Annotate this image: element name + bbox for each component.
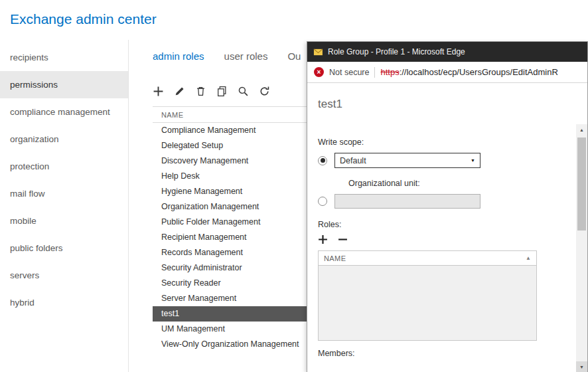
sidebar-item-recipients[interactable]: recipients xyxy=(0,44,128,71)
add-role-icon[interactable] xyxy=(318,234,328,244)
members-label: Members: xyxy=(318,349,561,358)
sort-ascending-icon[interactable]: ▲ xyxy=(526,255,531,261)
tab-user-roles[interactable]: user roles xyxy=(224,50,268,62)
assigned-roles-list-empty xyxy=(319,266,536,340)
edit-icon[interactable] xyxy=(174,86,185,97)
app-header: Exchange admin center xyxy=(0,0,588,40)
sidebar-item-servers[interactable]: servers xyxy=(0,262,128,289)
chevron-down-icon: ▼ xyxy=(471,158,475,163)
default-scope-radio[interactable] xyxy=(318,156,327,165)
remove-role-icon[interactable] xyxy=(338,234,348,244)
delete-icon[interactable] xyxy=(195,86,206,97)
scroll-down-icon[interactable]: ▼ xyxy=(576,361,587,372)
write-scope-label: Write scope: xyxy=(318,138,561,147)
addressbar-divider xyxy=(374,67,375,78)
not-secure-icon[interactable]: × xyxy=(314,67,324,77)
popup-scrollbar[interactable]: ▲ ▼ xyxy=(576,124,587,372)
write-scope-selected-value: Default xyxy=(340,156,366,165)
url-rest: ://localhost/ecp/UsersGroups/EditAdminR xyxy=(400,67,558,77)
url-text[interactable]: https://localhost/ecp/UsersGroups/EditAd… xyxy=(380,67,557,77)
org-unit-input xyxy=(334,194,480,209)
popup-titlebar[interactable]: Role Group - Profile 1 - Microsoft Edge xyxy=(307,42,587,62)
edit-role-group-form: test1 Write scope: Default ▼ Organizatio… xyxy=(307,83,587,372)
search-icon[interactable] xyxy=(238,86,249,97)
ecp-favicon-icon xyxy=(313,48,323,56)
tab-admin-roles[interactable]: admin roles xyxy=(153,50,204,62)
copy-icon[interactable] xyxy=(216,86,228,97)
role-group-name: test1 xyxy=(318,98,561,111)
sidebar-item-organization[interactable]: organization xyxy=(0,126,128,153)
scrollbar-thumb[interactable] xyxy=(577,138,586,231)
edge-popup-window: Role Group - Profile 1 - Microsoft Edge … xyxy=(307,41,588,372)
assigned-roles-header-label: NAME xyxy=(324,254,346,262)
refresh-icon[interactable] xyxy=(259,86,270,97)
sidebar-item-public-folders[interactable]: public folders xyxy=(0,234,128,262)
organizational-unit-label: Organizational unit: xyxy=(348,179,561,188)
url-scheme: https xyxy=(380,67,399,77)
assigned-roles-table: NAME ▲ xyxy=(318,250,537,341)
popup-addressbar[interactable]: × Not secure https://localhost/ecp/Users… xyxy=(307,62,587,83)
org-unit-radio[interactable] xyxy=(318,197,327,206)
write-scope-select[interactable]: Default ▼ xyxy=(334,153,480,168)
sidebar-item-protection[interactable]: protection xyxy=(0,153,128,180)
sidebar-item-mail-flow[interactable]: mail flow xyxy=(0,180,128,207)
sidebar-item-mobile[interactable]: mobile xyxy=(0,207,128,234)
assigned-roles-header[interactable]: NAME ▲ xyxy=(319,251,536,266)
sidebar-nav: recipientspermissionscompliance manageme… xyxy=(0,40,129,372)
page-title: Exchange admin center xyxy=(10,11,157,27)
popup-window-title: Role Group - Profile 1 - Microsoft Edge xyxy=(328,47,465,56)
sidebar-item-permissions[interactable]: permissions xyxy=(0,71,128,98)
not-secure-label[interactable]: Not secure xyxy=(329,68,369,77)
tab-Ou[interactable]: Ou xyxy=(287,50,301,62)
scroll-up-icon[interactable]: ▲ xyxy=(576,124,587,136)
sidebar-item-compliance-management[interactable]: compliance management xyxy=(0,98,128,126)
roles-label: Roles: xyxy=(318,220,561,229)
sidebar-item-hybrid[interactable]: hybrid xyxy=(0,289,128,316)
roles-toolbar-popup xyxy=(318,234,561,244)
add-icon[interactable] xyxy=(153,86,164,97)
